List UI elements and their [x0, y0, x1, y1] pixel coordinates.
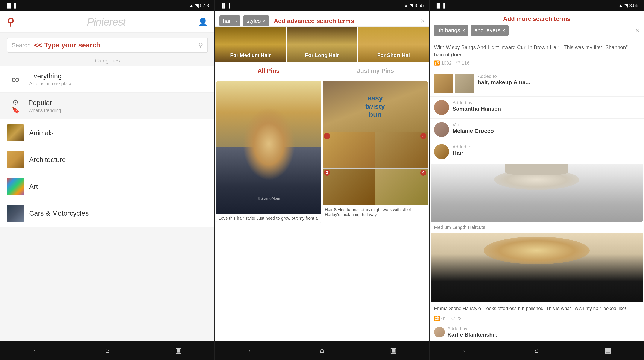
back-icon-1: ←: [33, 347, 40, 355]
category-medium-hair[interactable]: For Medium Hair: [215, 27, 286, 62]
big-hair-image-inner: [430, 164, 643, 222]
search-submit-icon[interactable]: ⚲: [198, 41, 203, 49]
user-samantha[interactable]: Added by Samantha Hansen: [430, 96, 644, 119]
hair-board-thumb-2: [455, 74, 474, 93]
add-more-terms-label: Add more search terms: [434, 15, 639, 22]
status-signal-3: ▐▌▐: [435, 3, 445, 8]
category-list: ∞ Everything All pins, in one place! ⚙ 🔖…: [0, 66, 214, 341]
step-number-3: 3: [324, 170, 330, 176]
category-art[interactable]: Art: [0, 173, 214, 200]
search-header-2: hair × styles × Add advanced search term…: [215, 11, 429, 26]
cars-thumb: [7, 205, 24, 222]
category-everything[interactable]: ∞ Everything All pins, in one place!: [0, 66, 214, 93]
tag-bangs-close[interactable]: ×: [462, 28, 465, 33]
search-icon[interactable]: ⚲: [7, 16, 14, 28]
status-time-2: ▲ ◥ 3:55: [404, 3, 424, 8]
status-bar-1: ▐▌▐ ▲ ◥ 5:13: [0, 0, 214, 11]
bookmark-icon: 🔖: [12, 107, 20, 113]
search-tag-layers[interactable]: and layers ×: [471, 25, 508, 36]
nav-bar-3: ← ⌂ ▣: [430, 341, 644, 360]
emma-stone-image[interactable]: [430, 233, 643, 302]
everything-icon-wrap: ∞: [7, 71, 24, 88]
avatar-hair-board: [434, 144, 449, 159]
phone-panel-3: ▐▌▐ ▲ ◥ 3:55 Add more search terms ith b…: [429, 0, 644, 360]
search-bar[interactable]: Search << Type your search ⚲: [7, 38, 208, 52]
pin-girl[interactable]: Love this hair style! Just need to grow …: [216, 81, 321, 223]
phone-panel-2: ▐▌▐ ▲ ◥ 3:55 hair × styles × Add advance…: [215, 0, 429, 360]
category-animals[interactable]: Animals: [0, 119, 214, 146]
home-button-2[interactable]: ⌂: [314, 345, 330, 356]
my-pins-label: Just my Pins: [357, 67, 394, 74]
user-melanie[interactable]: Via Melanie Crocco: [430, 119, 644, 141]
recents-button-3[interactable]: ▣: [600, 345, 616, 356]
category-popular-sub: What's trending: [28, 108, 61, 113]
tutorial-step-4: 4: [376, 169, 428, 205]
category-architecture[interactable]: Architecture: [0, 146, 214, 173]
wispy-pin-text: With Wispy Bangs And Light Inward Curl I…: [430, 40, 644, 70]
tags-row-2: hair × styles × Add advanced search term…: [220, 15, 424, 26]
home-button-3[interactable]: ⌂: [529, 345, 544, 356]
tags-row-3: ith bangs × and layers × ×: [434, 25, 639, 36]
big-hair-image[interactable]: [430, 164, 643, 222]
repin-count: 1032: [441, 60, 452, 66]
search-tag-hair[interactable]: hair ×: [220, 15, 240, 26]
karlie-row[interactable]: Added by Karlie Blankenship: [430, 323, 644, 341]
status-signal-1: ▐▌▐: [6, 3, 16, 8]
pins-grid: Love this hair style! Just need to grow …: [215, 79, 429, 341]
gear-icon: ⚙: [12, 99, 19, 106]
search-placeholder: Search: [12, 42, 31, 49]
step-number-1: 1: [324, 133, 330, 139]
home-icon-1: ⌂: [105, 347, 109, 355]
image-categories: For Medium Hair For Long Hair For Short …: [215, 27, 429, 62]
karlie-action: Added by: [447, 326, 498, 332]
recents-button-2[interactable]: ▣: [386, 345, 401, 356]
category-cars[interactable]: Cars & Motorcycles: [0, 200, 214, 227]
step-number-4: 4: [420, 170, 426, 176]
pin-girl-caption: Love this hair style! Just need to grow …: [216, 214, 321, 223]
pins-tabs: All Pins Just my Pins: [215, 63, 429, 79]
tab-all-pins[interactable]: All Pins: [215, 63, 322, 79]
category-long-hair[interactable]: For Long Hair: [286, 27, 357, 62]
tag-layers-close[interactable]: ×: [502, 28, 505, 33]
pin-bun-tutorial[interactable]: easytwistybun 1 2 3 4: [323, 81, 428, 219]
category-short-hair[interactable]: For Short Hai: [358, 27, 429, 62]
search-header-3: Add more search terms ith bangs × and la…: [430, 11, 644, 40]
search-tag-bangs[interactable]: ith bangs ×: [434, 25, 468, 36]
tab-my-pins[interactable]: Just my Pins: [322, 63, 429, 79]
profile-icon[interactable]: 👤: [198, 17, 208, 26]
recents-icon-2: ▣: [390, 346, 396, 355]
search-close-2[interactable]: ×: [420, 17, 424, 25]
like-icon: ♡: [456, 60, 460, 66]
back-button-2[interactable]: ←: [243, 345, 258, 356]
added-to-hair[interactable]: Added to Hair: [430, 141, 644, 163]
tag-hair-close[interactable]: ×: [234, 18, 237, 24]
tag-styles-label: styles: [246, 17, 260, 24]
hair-board-info: Added to Hair: [452, 144, 639, 159]
home-icon-3: ⌂: [534, 347, 538, 355]
back-button-1[interactable]: ←: [28, 345, 44, 356]
home-icon-2: ⌂: [320, 347, 324, 355]
medium-haircuts-label: Medium Length Haircuts.: [430, 223, 644, 232]
samantha-action: Added by: [452, 100, 639, 106]
popular-icons-wrap: ⚙ 🔖: [7, 97, 24, 115]
tutorial-step-2: 2: [376, 132, 428, 168]
panel2-content: hair × styles × Add advanced search term…: [215, 11, 429, 341]
pin-girl-image: [216, 81, 321, 214]
search-tag-styles[interactable]: styles ×: [243, 15, 269, 26]
category-everything-sub: All pins, in one place!: [29, 81, 74, 86]
home-button-1[interactable]: ⌂: [100, 345, 115, 356]
architecture-thumb: [7, 151, 24, 168]
back-button-3[interactable]: ←: [458, 345, 473, 356]
nav-bar-1: ← ⌂ ▣: [0, 341, 214, 360]
animals-thumb: [7, 124, 24, 141]
category-popular[interactable]: ⚙ 🔖 Popular What's trending: [0, 93, 214, 119]
tag-layers-label: and layers: [474, 27, 500, 34]
recents-button-1[interactable]: ▣: [171, 345, 186, 356]
melanie-info: Via Melanie Crocco: [452, 122, 639, 137]
tag-styles-close[interactable]: ×: [263, 18, 266, 24]
samantha-name: Samantha Hansen: [452, 106, 639, 112]
added-to-hair-board: Added to hair, makeup & na...: [430, 70, 644, 96]
add-terms-label[interactable]: Add advanced search terms: [272, 17, 418, 25]
status-signal-2: ▐▌▐: [220, 3, 230, 8]
search-close-3[interactable]: ×: [635, 26, 639, 34]
